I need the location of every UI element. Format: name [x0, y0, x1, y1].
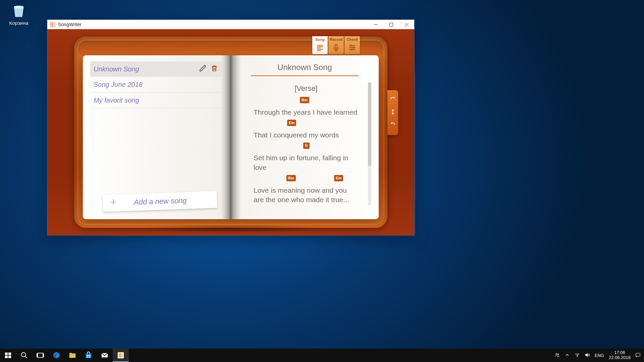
task-view-button[interactable] — [32, 349, 48, 362]
song-title: Unknown Song — [94, 65, 139, 73]
song-title: Song June 2018 — [94, 81, 143, 88]
text-lines-icon — [312, 44, 328, 52]
undo-icon[interactable] — [390, 96, 396, 104]
page-left: Unknown Song Song June 2018 My favorit s… — [83, 55, 231, 219]
app-window: SongWriter Song Record — [47, 19, 415, 236]
tab-record[interactable]: Record — [328, 36, 344, 54]
taskbar-app-mail[interactable] — [97, 349, 113, 362]
mode-tabs: Song Record Chord — [312, 36, 360, 54]
lyric-line: Bm Through the years I have learned — [254, 99, 359, 117]
recycle-bin-icon — [11, 3, 27, 19]
tab-song-label: Song — [312, 38, 328, 42]
search-button[interactable] — [16, 349, 32, 362]
tab-chord-label: Chord — [344, 38, 360, 42]
svg-point-0 — [14, 6, 23, 8]
chord-tag[interactable]: Em — [287, 120, 296, 126]
lyrics-scrollbar[interactable] — [368, 82, 371, 206]
svg-rect-12 — [38, 353, 43, 358]
svg-rect-21 — [89, 355, 90, 356]
svg-point-26 — [556, 353, 557, 355]
arrows-vertical-icon[interactable] — [390, 109, 396, 116]
song-list: Unknown Song Song June 2018 My favorit s… — [90, 61, 221, 186]
pencil-icon[interactable] — [199, 65, 207, 74]
window-close-button[interactable] — [399, 20, 414, 29]
notifications-icon[interactable] — [635, 352, 641, 359]
chord-tag[interactable]: G — [303, 142, 310, 149]
svg-rect-2 — [389, 23, 393, 26]
svg-point-5 — [353, 47, 354, 48]
trash-icon[interactable] — [211, 65, 218, 74]
svg-point-11 — [21, 353, 26, 357]
microphone-icon — [328, 44, 344, 52]
volume-icon[interactable] — [585, 352, 590, 359]
svg-point-4 — [350, 45, 352, 46]
svg-rect-16 — [69, 354, 75, 358]
taskbar-time: 17:06 — [609, 350, 631, 355]
svg-point-27 — [557, 354, 558, 355]
lyrics-area[interactable]: [Verse] Bm Through the years I have lear… — [254, 82, 359, 213]
notebook: Unknown Song Song June 2018 My favorit s… — [83, 55, 379, 219]
lyric-line: Bm Em Love is meaning now and you are th… — [254, 177, 359, 205]
svg-rect-19 — [86, 354, 92, 358]
svg-rect-8 — [8, 353, 11, 355]
redo-icon[interactable] — [390, 122, 396, 129]
svg-rect-13 — [37, 354, 38, 357]
window-minimize-button[interactable] — [368, 20, 383, 29]
app-icon — [50, 22, 55, 27]
scroll-thumb[interactable] — [368, 82, 371, 166]
language-indicator[interactable]: ENG — [595, 353, 604, 358]
chord-tag[interactable]: Bm — [286, 175, 296, 181]
taskbar-app-store[interactable] — [80, 349, 97, 362]
people-icon[interactable] — [554, 352, 560, 359]
transpose-panel — [387, 90, 398, 135]
svg-point-28 — [577, 356, 578, 357]
page-right: Unknown Song [Verse] Bm Through the year… — [231, 55, 379, 219]
window-title: SongWriter — [58, 22, 82, 27]
taskbar: ENG 17:06 22.06.2018 — [0, 349, 644, 362]
lyric-line: Em That I conquered my words — [254, 122, 359, 140]
svg-point-6 — [351, 49, 352, 50]
svg-rect-3 — [335, 44, 337, 48]
svg-rect-18 — [69, 355, 75, 355]
svg-rect-29 — [636, 353, 640, 356]
titlebar[interactable]: SongWriter — [47, 20, 414, 29]
sliders-icon — [344, 44, 360, 52]
svg-rect-9 — [5, 356, 8, 358]
current-song-title: Unknown Song — [251, 63, 359, 76]
notebook-leather: Song Record Chord — [74, 37, 387, 228]
tab-record-label: Record — [328, 38, 344, 42]
svg-rect-20 — [87, 355, 88, 356]
taskbar-app-explorer[interactable] — [64, 349, 80, 362]
song-title: My favorit song — [94, 97, 139, 104]
recycle-bin-label: Корзина — [5, 20, 32, 26]
song-row[interactable]: Unknown Song — [90, 61, 221, 77]
taskbar-app-songwriter[interactable] — [113, 349, 129, 362]
plus-icon — [110, 198, 117, 208]
song-row[interactable]: My favorit song — [90, 93, 221, 108]
app-body: Song Record Chord — [47, 29, 414, 235]
song-row[interactable]: Song June 2018 — [90, 77, 221, 93]
svg-rect-7 — [5, 353, 8, 355]
taskbar-clock[interactable]: 17:06 22.06.2018 — [609, 350, 631, 360]
window-maximize-button[interactable] — [383, 20, 399, 29]
start-button[interactable] — [0, 349, 16, 362]
tab-chord[interactable]: Chord — [344, 36, 360, 54]
add-song-button[interactable]: Add a new song — [103, 191, 217, 212]
chevron-up-icon[interactable] — [565, 352, 570, 359]
svg-rect-14 — [43, 354, 44, 357]
svg-rect-23 — [89, 357, 90, 358]
wifi-icon[interactable] — [575, 352, 580, 359]
system-tray: ENG 17:06 22.06.2018 — [551, 350, 644, 360]
chord-tag[interactable]: Em — [334, 175, 343, 181]
svg-rect-17 — [69, 353, 72, 354]
section-label: [Verse] — [254, 83, 359, 94]
chord-tag[interactable]: Bm — [300, 97, 309, 103]
svg-rect-22 — [87, 357, 88, 358]
svg-rect-10 — [8, 356, 11, 358]
recycle-bin[interactable]: Корзина — [5, 3, 32, 26]
tab-song[interactable]: Song — [312, 36, 328, 54]
lyric-line: G Set him up in fortune, falling in love — [254, 144, 359, 172]
taskbar-date: 22.06.2018 — [609, 355, 631, 360]
add-song-label: Add a new song — [134, 196, 187, 206]
taskbar-app-edge[interactable] — [48, 349, 64, 362]
